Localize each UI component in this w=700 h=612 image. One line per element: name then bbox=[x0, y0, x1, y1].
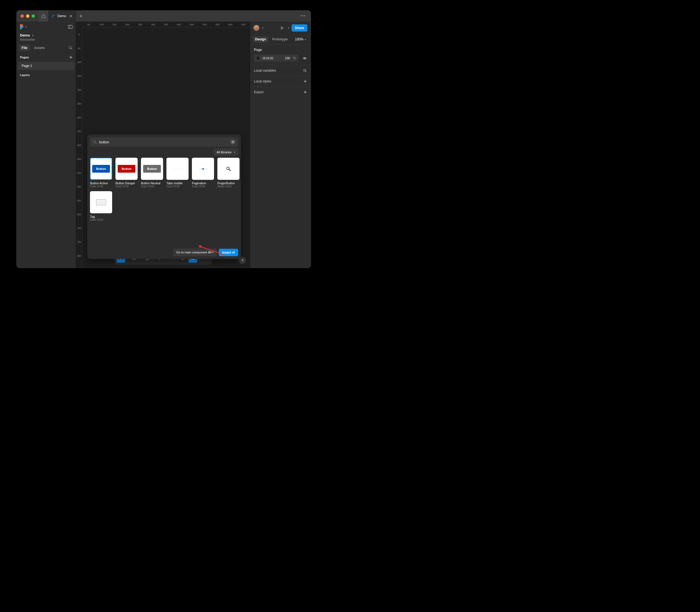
asset-item[interactable]: — — — — — Tabs mobile Core UI kit bbox=[166, 158, 189, 188]
titlebar: Demo ••• bbox=[17, 11, 311, 22]
page-item[interactable]: Page 1 bbox=[18, 62, 75, 70]
close-tab-icon[interactable] bbox=[69, 15, 72, 17]
share-button[interactable]: Share bbox=[292, 24, 307, 31]
add-page-button[interactable] bbox=[69, 56, 72, 59]
assets-tab-button[interactable]: Assets bbox=[31, 44, 48, 51]
ruler-vertical: 0501001502002503003504004505005506006507… bbox=[76, 28, 82, 268]
chevron-down-icon: ▾ bbox=[234, 151, 235, 154]
left-panel: ▾ Demo ▾ Arbeidsfiler File Assets bbox=[17, 22, 76, 268]
background-color-field[interactable]: 1E1E1E 100 % bbox=[254, 55, 298, 62]
app-window: Demo ••• ▾ bbox=[17, 11, 311, 268]
present-button[interactable] bbox=[279, 25, 285, 31]
svg-point-11 bbox=[306, 71, 306, 71]
team-name[interactable]: Arbeidsfiler bbox=[20, 38, 72, 41]
design-file-icon bbox=[52, 14, 55, 18]
panels-toggle-button[interactable] bbox=[68, 25, 72, 29]
svg-point-10 bbox=[304, 70, 304, 70]
figma-menu-button[interactable]: ▾ bbox=[20, 24, 27, 29]
asset-item[interactable]: Pagination Core UI kit bbox=[192, 158, 214, 188]
page-section-label: Page bbox=[254, 48, 307, 52]
pages-header: Pages bbox=[17, 53, 76, 62]
canvas[interactable]: 50100150200250300350400450500550600650 0… bbox=[76, 22, 250, 268]
right-panel: ▾ ▾ Share Design Prototype 100% ▾ Page bbox=[250, 22, 311, 268]
figma-logo-icon bbox=[20, 24, 23, 29]
asset-item[interactable]: FingerButton Aksel Icons bbox=[217, 158, 240, 188]
prototype-tab[interactable]: Prototype bbox=[270, 36, 290, 43]
minimize-window-button[interactable] bbox=[26, 14, 29, 18]
assets-search-input[interactable] bbox=[99, 140, 228, 144]
tab-title: Demo bbox=[57, 14, 66, 18]
window-controls bbox=[17, 14, 39, 18]
file-tab[interactable]: Demo bbox=[48, 11, 76, 22]
layers-header: Layers bbox=[17, 70, 76, 80]
library-filter-button[interactable]: All libraries ▾ bbox=[214, 149, 238, 155]
plus-icon bbox=[304, 80, 307, 83]
zoom-control[interactable]: 100% ▾ bbox=[293, 36, 308, 42]
visibility-toggle-icon[interactable] bbox=[302, 56, 307, 60]
search-icon[interactable] bbox=[68, 45, 73, 51]
home-button[interactable] bbox=[39, 11, 48, 22]
assets-panel: All libraries ▾ Button Button Action Cor… bbox=[87, 135, 241, 259]
assets-grid: Button Button Action Core UI kit Button … bbox=[87, 158, 241, 246]
asset-item[interactable]: Button Button Neutral Core UI kit bbox=[141, 158, 163, 188]
clear-search-button[interactable] bbox=[230, 139, 235, 144]
asset-item[interactable]: Button Button Action Core UI kit bbox=[90, 158, 112, 188]
maximize-window-button[interactable] bbox=[31, 14, 35, 18]
svg-point-3 bbox=[93, 140, 96, 143]
local-variables-row[interactable]: Local variables bbox=[250, 65, 311, 76]
chevron-down-icon[interactable]: ▾ bbox=[262, 27, 264, 29]
assets-search[interactable] bbox=[90, 137, 238, 147]
asset-item[interactable]: Tag Tag Core UI kit bbox=[90, 191, 112, 221]
file-tab-button[interactable]: File bbox=[19, 44, 30, 51]
chevron-down-icon: ▾ bbox=[26, 26, 27, 28]
file-name-button[interactable]: Demo ▾ bbox=[20, 33, 72, 37]
chevron-down-icon[interactable]: ▾ bbox=[288, 27, 290, 29]
chevron-down-icon: ▾ bbox=[32, 34, 33, 37]
chevron-down-icon: ▾ bbox=[305, 38, 306, 41]
user-avatar[interactable] bbox=[253, 25, 259, 31]
svg-rect-1 bbox=[68, 25, 72, 28]
export-row[interactable]: Export bbox=[250, 87, 311, 97]
ruler-horizontal: 50100150200250300350400450500550600650 bbox=[82, 22, 250, 28]
go-to-main-component-button[interactable]: Go to main component ⌘⏎ bbox=[173, 249, 217, 256]
color-swatch bbox=[256, 56, 260, 60]
local-styles-row[interactable]: Local styles bbox=[250, 76, 311, 87]
svg-point-0 bbox=[22, 26, 23, 28]
close-window-button[interactable] bbox=[21, 14, 24, 18]
search-icon bbox=[93, 140, 97, 144]
asset-item[interactable]: Button Button Danger Core UI kit bbox=[116, 158, 138, 188]
svg-point-9 bbox=[304, 58, 306, 59]
svg-point-2 bbox=[69, 46, 71, 49]
insert-button[interactable]: Insert ⏎ bbox=[219, 249, 238, 256]
design-tab[interactable]: Design bbox=[253, 36, 268, 43]
new-tab-button[interactable] bbox=[76, 14, 86, 18]
window-menu-button[interactable]: ••• bbox=[295, 14, 311, 18]
settings-icon bbox=[303, 69, 307, 72]
plus-icon bbox=[304, 91, 307, 94]
finger-button-icon bbox=[226, 166, 231, 171]
